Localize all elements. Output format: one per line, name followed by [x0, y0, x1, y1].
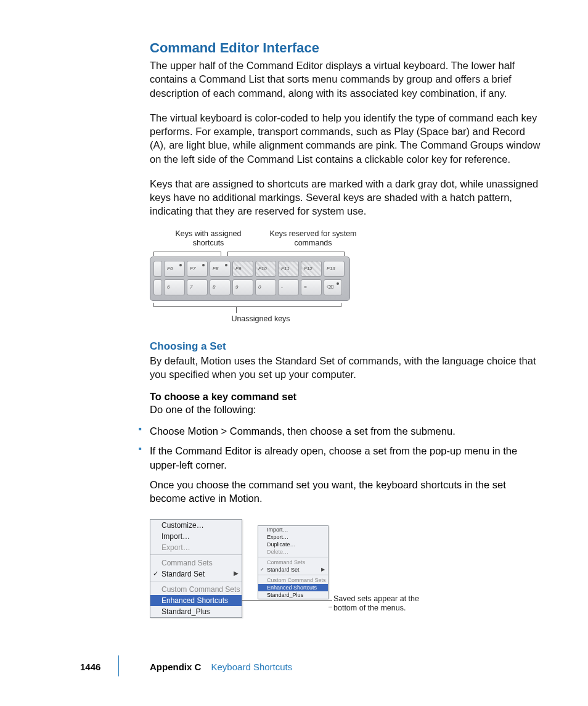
key-9: 9	[232, 279, 253, 295]
menu-item-standard-plus[interactable]: Standard_Plus	[150, 606, 242, 617]
task-heading: To choose a key command set	[150, 391, 544, 403]
page-number: 1446	[80, 662, 100, 672]
chevron-right-icon: ▶	[234, 570, 239, 577]
bracket-icon	[227, 252, 345, 255]
bracket-icon	[153, 252, 221, 255]
key-f11: F11	[278, 261, 299, 277]
chevron-right-icon: ▶	[321, 567, 325, 572]
key-6: 6	[164, 279, 185, 295]
menu-item-duplicate[interactable]: Duplicate…	[258, 541, 328, 548]
bullet-item: Choose Motion > Commands, then choose a …	[139, 424, 544, 438]
bracket-icon	[153, 303, 341, 307]
bracket-tick-icon	[236, 307, 237, 313]
menu-item-import[interactable]: Import…	[150, 531, 242, 542]
menu-header-cmdset: Command Sets	[150, 556, 242, 568]
key-equals: =	[301, 279, 322, 295]
callout-line-icon	[329, 607, 332, 607]
virtual-keyboard: F6 F7 F8 F9 F10 F11 F12 F13 6 7 8 9 0 - …	[150, 257, 350, 301]
kbd-anno-unassigned: Unassigned keys	[224, 314, 298, 324]
menu-figure: Customize… Import… Export… Command Sets …	[150, 519, 409, 618]
key-f9: F9	[232, 261, 253, 277]
menu-header-cmdset: Command Sets	[258, 559, 328, 566]
menu-item-enhanced[interactable]: Enhanced Shortcuts	[258, 584, 328, 591]
paragraph-1: The upper half of the Command Editor dis…	[150, 59, 544, 100]
key-0: 0	[255, 279, 276, 295]
key-f7: F7	[187, 261, 208, 277]
menu-item-import[interactable]: Import…	[258, 526, 328, 533]
menu-header-custom: Custom Command Sets	[258, 577, 328, 584]
menu-item-export[interactable]: Export…	[258, 533, 328, 541]
task-intro: Do one of the following:	[150, 404, 544, 416]
keyboard-figure: Keys with assigned shortcuts Keys reserv…	[150, 229, 372, 328]
check-icon: ✓	[153, 570, 158, 578]
kbd-anno-reserved: Keys reserved for system commands	[267, 229, 359, 248]
key	[153, 261, 162, 277]
menu-separator	[258, 575, 328, 575]
menu-item-label: Standard Set	[161, 570, 205, 578]
key	[153, 279, 162, 295]
menu-item-enhanced[interactable]: Enhanced Shortcuts	[150, 595, 242, 606]
paragraph-2: The virtual keyboard is color-coded to h…	[150, 111, 544, 166]
menu-item-label: Standard Set	[267, 567, 300, 573]
menu-separator	[150, 581, 242, 581]
menu-item-standard-plus[interactable]: Standard_Plus	[258, 591, 328, 599]
key-f12: F12	[301, 261, 322, 277]
key-f13: F13	[324, 261, 345, 277]
menu-item-customize[interactable]: Customize…	[150, 520, 242, 531]
footer-appendix: Appendix C	[150, 662, 201, 672]
key-f10: F10	[255, 261, 276, 277]
footer-divider	[118, 655, 119, 676]
menu-popup-large: Customize… Import… Export… Command Sets …	[150, 519, 242, 618]
bullet-list: Choose Motion > Commands, then choose a …	[139, 424, 544, 472]
paragraph-3: Keys that are assigned to shortcuts are …	[150, 177, 544, 218]
menu-popup-small: Import… Export… Duplicate… Delete… Comma…	[258, 525, 329, 599]
menu-separator	[258, 557, 328, 557]
key-8: 8	[210, 279, 231, 295]
key-f6: F6	[164, 261, 185, 277]
menu-item-standard-set[interactable]: ✓ Standard Set ▶	[150, 568, 242, 580]
menu-separator	[150, 554, 242, 555]
kbd-anno-assigned: Keys with assigned shortcuts	[162, 229, 255, 248]
bullet-item: If the Command Editor is already open, c…	[139, 444, 544, 472]
key-7: 7	[187, 279, 208, 295]
callout-line-icon	[242, 600, 332, 601]
menu-item-standard-set[interactable]: ✓ Standard Set ▶	[258, 566, 328, 573]
key-f8: F8	[210, 261, 231, 277]
menu-header-custom: Custom Command Sets	[150, 583, 242, 595]
paragraph-4: By default, Motion uses the Standard Set…	[150, 354, 544, 382]
check-icon: ✓	[260, 567, 264, 572]
footer-title: Keyboard Shortcuts	[211, 662, 293, 672]
subheading-choosing: Choosing a Set	[150, 340, 544, 353]
key-minus: -	[278, 279, 299, 295]
key-backspace: ⌫	[324, 279, 342, 295]
menu-caption: Saved sets appear at the bottom of the m…	[333, 594, 432, 614]
paragraph-after-list: Once you choose the command set you want…	[150, 478, 544, 506]
menu-item-export: Export…	[150, 542, 242, 553]
section-heading: Command Editor Interface	[150, 40, 544, 56]
menu-item-delete: Delete…	[258, 548, 328, 556]
